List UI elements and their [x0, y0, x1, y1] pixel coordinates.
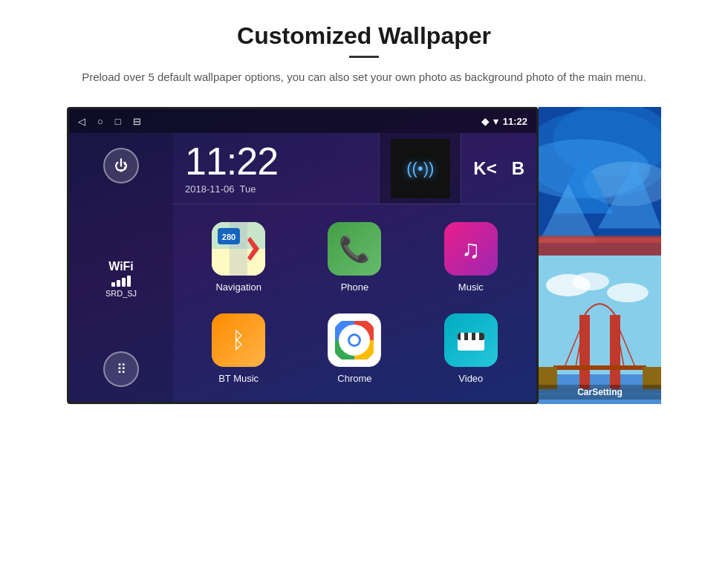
title-divider	[349, 56, 379, 58]
app-item-navigation[interactable]: 280 Navigation	[181, 212, 296, 303]
screenshot-nav-icon[interactable]: ⊟	[133, 116, 141, 127]
app-item-music[interactable]: ♫ Music	[413, 212, 529, 303]
wifi-widget: WiFi SRD_SJ	[105, 260, 137, 298]
status-bar-right: ◆ ▾ 11:22	[481, 116, 527, 127]
wallpaper-ice[interactable]	[539, 107, 661, 256]
sidebar-top: ⏻	[103, 148, 139, 183]
chrome-icon	[328, 313, 381, 367]
svg-rect-41	[553, 365, 646, 370]
media-widget: ((•))	[379, 133, 461, 204]
left-sidebar: ⏻ WiFi SRD_SJ ⠿	[69, 133, 173, 402]
grid-icon: ⠿	[117, 361, 126, 377]
wallpaper-panel: CarSetting	[539, 107, 661, 404]
phone-icon: 📞	[328, 222, 381, 276]
status-time: 11:22	[503, 116, 527, 127]
home-nav-icon[interactable]: ○	[97, 116, 103, 127]
recents-nav-icon[interactable]: □	[115, 116, 121, 127]
bt-music-label: BT Music	[218, 373, 259, 384]
svg-point-29	[607, 283, 649, 302]
phone-label: Phone	[341, 282, 369, 293]
back-nav-icon[interactable]: ◁	[78, 116, 85, 127]
page-subtitle: Preload over 5 default wallpaper options…	[82, 68, 646, 86]
video-label: Video	[458, 373, 483, 384]
date-display: 2018-11-06 Tue	[185, 183, 367, 195]
screenshot-wrapper: ◁ ○ □ ⊟ ◆ ▾ 11:22 ⏻ WiFi	[67, 107, 661, 404]
b-icon: B	[512, 158, 524, 179]
date-value: 2018-11-06	[185, 183, 235, 195]
wifi-bar-3	[122, 278, 126, 287]
wifi-ssid: SRD_SJ	[105, 289, 137, 298]
screen-content: ⏻ WiFi SRD_SJ ⠿	[69, 133, 536, 402]
bt-music-icon: ᛒ	[212, 313, 265, 367]
svg-point-10	[350, 336, 359, 345]
svg-rect-14	[468, 333, 472, 340]
svg-rect-15	[475, 333, 479, 340]
wireless-icon: ((•))	[406, 159, 434, 178]
app-item-video[interactable]: Video	[413, 303, 529, 394]
apps-grid-button[interactable]: ⠿	[103, 351, 139, 387]
wallpaper-bridge[interactable]: CarSetting	[539, 256, 661, 404]
wifi-bar-2	[117, 280, 120, 287]
svg-text:280: 280	[222, 232, 235, 241]
wifi-bar-1	[111, 282, 115, 287]
app-item-phone[interactable]: 📞 Phone	[296, 212, 412, 303]
music-label: Music	[458, 282, 484, 293]
app-grid: 280 Navigation 📞 Phone	[173, 204, 536, 402]
page-title: Customized Wallpaper	[237, 22, 491, 50]
time-widget: 11:22 2018-11-06 Tue	[173, 133, 379, 204]
status-bar-left: ◁ ○ □ ⊟	[78, 116, 141, 127]
ki-icon: K<	[473, 158, 496, 179]
video-icon	[444, 313, 498, 367]
power-button[interactable]: ⏻	[103, 148, 139, 183]
time-row: 11:22 2018-11-06 Tue ((•)) K< B	[173, 133, 536, 204]
clock-display: 11:22	[185, 142, 367, 180]
screen-main: 11:22 2018-11-06 Tue ((•)) K< B	[173, 133, 536, 402]
svg-point-28	[572, 273, 609, 290]
music-icon: ♫	[444, 222, 498, 276]
wifi-bar-4	[127, 276, 131, 287]
extra-icons-area: K< B	[461, 133, 536, 204]
media-icon-box[interactable]: ((•))	[391, 139, 450, 198]
navigation-icon: 280	[212, 222, 265, 276]
navigation-label: Navigation	[215, 282, 261, 293]
carsetting-label: CarSetting	[539, 385, 661, 400]
chrome-label: Chrome	[337, 373, 371, 384]
app-item-bt-music[interactable]: ᛒ BT Music	[181, 303, 296, 394]
signal-icon: ▾	[493, 116, 498, 127]
wifi-bars	[111, 276, 131, 287]
wifi-label: WiFi	[108, 260, 134, 273]
svg-rect-13	[461, 333, 464, 340]
day-value: Tue	[240, 183, 256, 195]
location-icon: ◆	[481, 116, 489, 127]
status-bar: ◁ ○ □ ⊟ ◆ ▾ 11:22	[69, 109, 536, 133]
app-item-chrome[interactable]: Chrome	[296, 303, 412, 394]
svg-rect-25	[539, 238, 661, 243]
android-screen: ◁ ○ □ ⊟ ◆ ▾ 11:22 ⏻ WiFi	[67, 107, 539, 404]
